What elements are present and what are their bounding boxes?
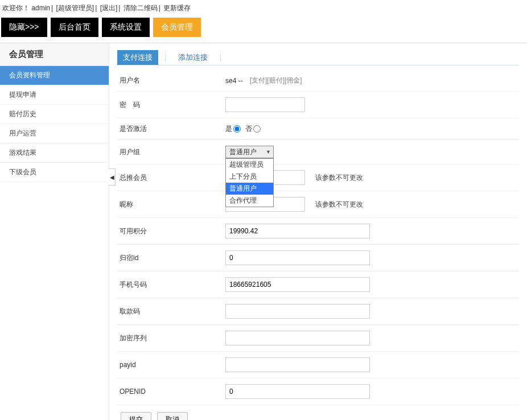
sidebar-item-withdraw[interactable]: 提现申请	[0, 85, 109, 105]
points-input[interactable]	[225, 224, 370, 238]
sidebar-item-sub-members[interactable]: 下级会员	[0, 163, 109, 182]
active-yes-text: 是	[225, 124, 232, 134]
sidebar-item-profile[interactable]: 会员资料管理	[0, 66, 109, 85]
current-user: admin	[31, 4, 50, 12]
nickname-label: 昵称	[117, 200, 225, 209]
cancel-button[interactable]: 取消	[157, 412, 188, 420]
active-label: 是否激活	[117, 124, 225, 134]
welcome-text: 欢迎你！	[2, 4, 30, 12]
belongid-input[interactable]	[225, 250, 370, 265]
sidebar: 会员管理 会员资料管理 提现申请 赔付历史 用户运营 游戏结果 下级会员 ◀	[0, 43, 109, 420]
total-members-hint: 该参数不可更改	[315, 173, 363, 183]
group-label: 用户组	[117, 147, 225, 157]
tab-separator	[220, 53, 221, 61]
belongid-label: 归宿id	[117, 253, 225, 263]
group-dropdown: 超级管理员 上下分员 普通用户 合作代理	[225, 158, 274, 207]
clear-qr-link[interactable]: 清除二维码	[123, 4, 158, 12]
nickname-hint: 该参数不可更改	[315, 200, 363, 209]
tabs: 支付连接 添加连接	[117, 50, 519, 65]
openid-input[interactable]	[225, 384, 370, 399]
crypt-seq-input[interactable]	[225, 331, 370, 345]
payid-input[interactable]	[225, 357, 370, 372]
role-link[interactable]: [超级管理员]	[56, 4, 94, 12]
crypt-seq-label: 加密序列	[117, 333, 225, 343]
group-option[interactable]: 上下分员	[226, 171, 273, 183]
refresh-cache-link[interactable]: 更新缓存	[163, 4, 191, 12]
tab-pay-link[interactable]: 支付连接	[117, 50, 158, 65]
backend-home-button[interactable]: 后台首页	[51, 18, 98, 37]
username-label: 用户名	[117, 76, 225, 85]
sidebar-item-payout-history[interactable]: 赔付历史	[0, 105, 109, 124]
tab-add-link[interactable]: 添加连接	[172, 50, 213, 65]
group-select[interactable]: 普通用户 ▼	[225, 146, 274, 158]
submit-button[interactable]: 提交	[121, 412, 151, 420]
topbar: 欢迎你！ admin| [超级管理员]| [退出]| 清除二维码| 更新缓存	[0, 0, 527, 15]
withdraw-code-label: 取款码	[117, 307, 225, 316]
member-form: 用户名 se4 -- [支付][赔付][佣金] 密 码 是否激活 是	[117, 70, 519, 420]
active-no-text: 否	[245, 124, 252, 134]
openid-label: OPENID	[117, 388, 225, 396]
hide-button[interactable]: 隐藏>>>	[1, 18, 47, 37]
withdraw-code-input[interactable]	[225, 304, 370, 319]
active-no-radio[interactable]	[253, 125, 261, 133]
points-label: 可用积分	[117, 227, 225, 236]
username-action-links[interactable]: [支付][赔付][佣金]	[250, 76, 302, 85]
group-option[interactable]: 普通用户	[226, 183, 273, 195]
sidebar-collapse-handle[interactable]: ◀	[109, 168, 116, 186]
member-manage-button[interactable]: 会员管理	[153, 18, 201, 37]
group-selected-value: 普通用户	[229, 147, 257, 157]
group-option[interactable]: 合作代理	[226, 195, 273, 207]
sidebar-item-user-ops[interactable]: 用户运营	[0, 124, 109, 143]
phone-label: 手机号码	[117, 280, 225, 290]
tab-separator	[165, 53, 166, 61]
sidebar-item-game-results[interactable]: 游戏结果	[0, 143, 109, 163]
username-value: se4 --	[225, 77, 243, 85]
logout-link[interactable]: [退出]	[100, 4, 118, 12]
total-members-label: 总推会员	[117, 173, 225, 183]
active-yes-radio[interactable]	[233, 125, 241, 133]
phone-input[interactable]	[225, 277, 370, 292]
password-input[interactable]	[225, 97, 305, 112]
sidebar-title: 会员管理	[0, 43, 109, 66]
password-label: 密 码	[117, 100, 225, 110]
system-settings-button[interactable]: 系统设置	[102, 18, 150, 37]
content: 支付连接 添加连接 用户名 se4 -- [支付][赔付][佣金] 密 码 是否	[109, 43, 527, 420]
payid-label: payid	[117, 361, 225, 369]
group-option[interactable]: 超级管理员	[226, 159, 273, 171]
topnav: 隐藏>>> 后台首页 系统设置 会员管理	[0, 15, 527, 43]
chevron-down-icon: ▼	[266, 149, 271, 155]
chevron-left-icon: ◀	[110, 174, 114, 180]
